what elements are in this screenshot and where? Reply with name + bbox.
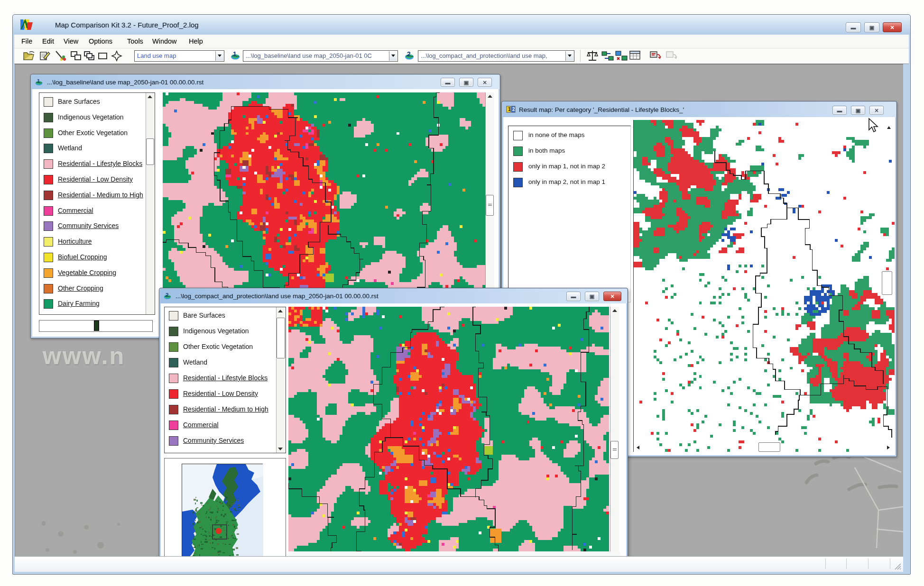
svg-text:1: 1 bbox=[233, 50, 237, 58]
svg-text:2: 2 bbox=[407, 50, 411, 58]
svg-text:1: 1 bbox=[508, 107, 511, 112]
svg-text:1: 1 bbox=[37, 78, 40, 84]
svg-text:2: 2 bbox=[166, 292, 168, 298]
svg-text:2: 2 bbox=[512, 107, 515, 112]
